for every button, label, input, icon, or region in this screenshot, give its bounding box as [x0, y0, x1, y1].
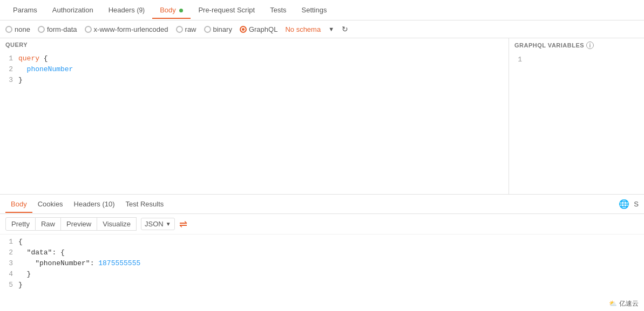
response-right-icons: 🌐 S: [619, 199, 639, 209]
tab-authorization[interactable]: Authorization: [45, 2, 101, 18]
radio-circle-formdata: [38, 26, 45, 33]
main-split: QUERY 1 query { 2 phoneNumber 3 } GRAPHQ…: [0, 38, 644, 195]
variables-header: GRAPHQL VARIABLES i: [509, 38, 644, 52]
query-line-1: 1 query {: [0, 53, 509, 64]
bottom-bar: ⛅ 亿速云: [604, 296, 644, 311]
format-tab-pretty[interactable]: Pretty: [5, 217, 36, 231]
response-line-4: 4 }: [0, 269, 644, 280]
response-line-1: 1 {: [0, 237, 644, 247]
format-tab-preview[interactable]: Preview: [61, 217, 97, 231]
radio-urlencoded[interactable]: x-www-form-urlencoded: [85, 25, 168, 33]
info-icon[interactable]: i: [586, 42, 594, 49]
tab-body[interactable]: Body: [152, 2, 191, 18]
variables-editor[interactable]: 1: [509, 52, 644, 194]
response-line-2: 2 "data": {: [0, 247, 644, 258]
format-tabs-bar: Pretty Raw Preview Visualize JSON ▼ ⇌: [0, 214, 644, 234]
headers-badge: (9): [137, 6, 145, 14]
tab-tests[interactable]: Tests: [262, 2, 294, 18]
query-section: QUERY 1 query { 2 phoneNumber 3 }: [0, 38, 509, 194]
variables-section: GRAPHQL VARIABLES i 1: [509, 38, 644, 194]
tab-settings[interactable]: Settings: [294, 2, 335, 18]
query-line-3: 3 }: [0, 75, 509, 86]
response-tab-headers[interactable]: Headers (10): [69, 196, 120, 212]
response-tab-cookies[interactable]: Cookies: [32, 196, 69, 212]
no-schema-button[interactable]: No schema: [285, 25, 321, 33]
response-line-5: 5 }: [0, 280, 644, 291]
radio-binary[interactable]: binary: [204, 25, 232, 33]
body-active-dot: [179, 9, 183, 12]
radio-circle-binary: [204, 26, 211, 33]
radio-circle-raw: [176, 26, 183, 33]
response-tab-body[interactable]: Body: [5, 196, 32, 212]
radio-circle-graphql: [240, 26, 247, 33]
query-editor[interactable]: 1 query { 2 phoneNumber 3 }: [0, 51, 509, 194]
format-tab-raw[interactable]: Raw: [36, 217, 61, 231]
tab-prerequest[interactable]: Pre-request Script: [191, 2, 262, 18]
tab-headers[interactable]: Headers (9): [101, 2, 152, 18]
wrap-text-icon[interactable]: ⇌: [179, 218, 187, 230]
format-tab-visualize[interactable]: Visualize: [97, 217, 137, 231]
radio-graphql[interactable]: GraphQL: [240, 25, 277, 33]
response-body-code: 1 { 2 "data": { 3 "phoneNumber": 1875555…: [0, 234, 644, 311]
tab-params[interactable]: Params: [5, 2, 45, 18]
top-tabs-bar: Params Authorization Headers (9) Body Pr…: [0, 0, 644, 20]
query-line-2: 2 phoneNumber: [0, 64, 509, 75]
radio-none[interactable]: none: [5, 25, 30, 33]
schema-dropdown-icon[interactable]: ▼: [328, 26, 334, 32]
json-dropdown-icon: ▼: [166, 221, 171, 227]
variables-line-1: 1: [509, 54, 644, 65]
refresh-icon[interactable]: ↻: [342, 25, 348, 33]
radio-circle-urlencoded: [85, 26, 92, 33]
json-format-select[interactable]: JSON ▼: [141, 218, 175, 230]
save-response-text: S: [634, 200, 639, 208]
query-header: QUERY: [0, 38, 509, 51]
body-type-row: none form-data x-www-form-urlencoded raw…: [0, 20, 644, 38]
response-tab-testresults[interactable]: Test Results: [120, 196, 170, 212]
radio-raw[interactable]: raw: [176, 25, 196, 33]
response-section: Body Cookies Headers (10) Test Results 🌐…: [0, 195, 644, 311]
response-tabs-bar: Body Cookies Headers (10) Test Results 🌐…: [0, 195, 644, 214]
response-line-3: 3 "phoneNumber": 1875555555: [0, 258, 644, 269]
radio-formdata[interactable]: form-data: [38, 25, 77, 33]
yisu-logo: ⛅ 亿速云: [609, 299, 639, 308]
radio-circle-none: [5, 26, 12, 33]
globe-icon: 🌐: [619, 199, 629, 209]
